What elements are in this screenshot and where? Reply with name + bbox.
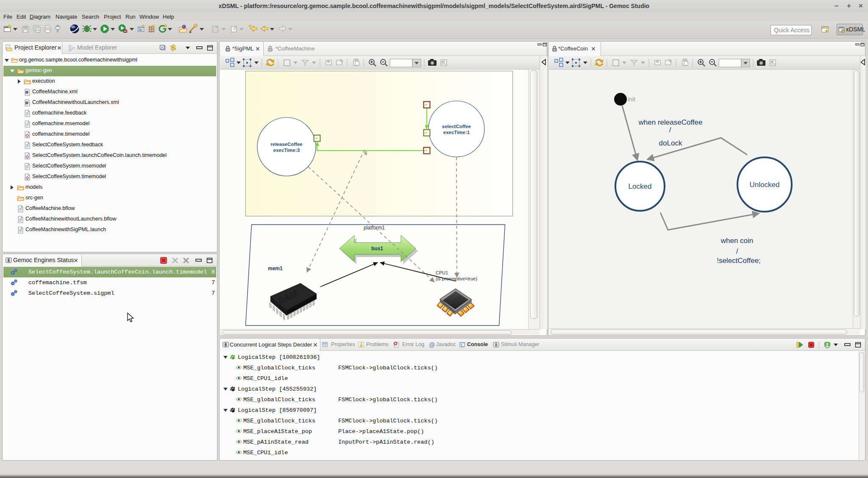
svg-text:init: init bbox=[628, 96, 635, 103]
svg-text:(is preemptive=true): (is preemptive=true) bbox=[436, 276, 477, 281]
svg-text:selectCoffee: selectCoffee bbox=[442, 124, 471, 129]
svg-text:6: 6 bbox=[364, 151, 367, 156]
svg-text:bus1: bus1 bbox=[371, 246, 383, 252]
svg-text:execTime:3: execTime:3 bbox=[273, 148, 300, 153]
svg-text:doLock: doLock bbox=[659, 139, 682, 147]
svg-text:CPU1: CPU1 bbox=[436, 270, 448, 275]
svg-text:Gr: Gr bbox=[139, 28, 142, 32]
svg-text:/: / bbox=[736, 247, 738, 255]
svg-text:execTime:1: execTime:1 bbox=[443, 130, 470, 135]
svg-text:platform1: platform1 bbox=[364, 225, 385, 231]
svg-text:when coin: when coin bbox=[721, 237, 754, 245]
svg-text:/: / bbox=[669, 126, 671, 134]
svg-text:releaseCoffee: releaseCoffee bbox=[270, 142, 302, 147]
svg-text:when releaseCoffee: when releaseCoffee bbox=[638, 118, 703, 126]
svg-text:pA..: pA.. bbox=[425, 103, 428, 106]
svg-text:pA..: pA.. bbox=[425, 149, 428, 151]
svg-text:pA..: pA.. bbox=[425, 131, 428, 134]
svg-text:mem1: mem1 bbox=[268, 266, 283, 271]
svg-text:!selectCoffee;: !selectCoffee; bbox=[717, 257, 761, 265]
svg-text:Unlocked: Unlocked bbox=[750, 181, 780, 189]
svg-text:Locked: Locked bbox=[629, 182, 652, 190]
svg-text:pA.I..: pA.I.. bbox=[315, 137, 319, 139]
